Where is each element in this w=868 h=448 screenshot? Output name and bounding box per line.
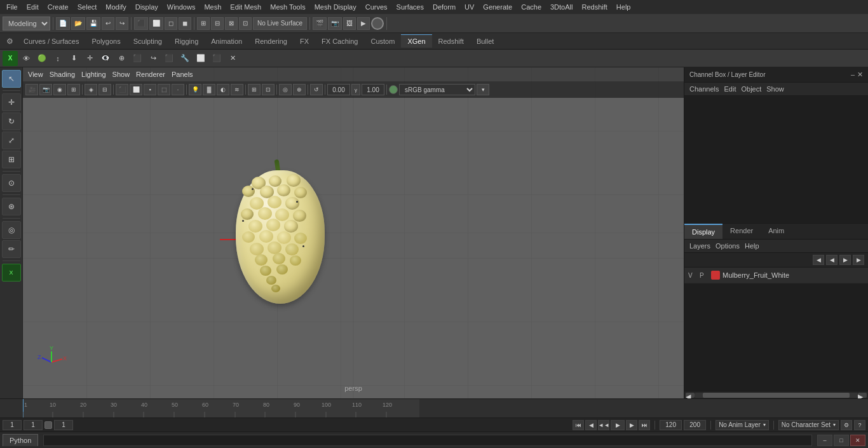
snap-to-surface-btn[interactable]: ⊡ <box>239 17 252 30</box>
frame-input-2[interactable] <box>24 420 43 430</box>
xgen-tool-6[interactable]: 👁‍🗨 <box>98 51 113 66</box>
new-scene-btn[interactable]: 📄 <box>56 17 70 30</box>
xgen-special-btn[interactable]: X <box>2 264 21 282</box>
tabs-settings-btn[interactable]: ⚙ <box>3 37 17 46</box>
tab-fx-caching[interactable]: FX Caching <box>315 34 364 48</box>
xgen-tool-10[interactable]: ⬛ <box>161 51 177 66</box>
python-tab[interactable]: Python <box>3 434 38 446</box>
panel-close-btn[interactable]: ✕ <box>857 71 863 79</box>
menu-curves[interactable]: Curves <box>362 2 391 12</box>
timeline-ruler[interactable]: 1 10 20 30 40 50 60 70 80 90 100 110 120 <box>23 399 684 417</box>
xgen-tool-8[interactable]: ⬛ <box>130 51 145 66</box>
redo-btn[interactable]: ↪ <box>116 17 128 30</box>
tab-polygons[interactable]: Polygons <box>85 34 126 48</box>
film-camera-btn[interactable]: 📷 <box>39 84 52 95</box>
anim-end-input[interactable]: 200 <box>684 420 706 430</box>
menu-edit[interactable]: Edit <box>23 2 43 12</box>
points-btn[interactable]: · <box>172 84 184 95</box>
display-tab[interactable]: Display <box>684 224 722 239</box>
menu-help[interactable]: Help <box>613 2 635 12</box>
soft-mod-tool-btn[interactable]: ⊙ <box>2 174 21 192</box>
xray-joints-btn[interactable]: ⊕ <box>293 84 306 95</box>
timeline[interactable]: 1 10 20 30 40 50 60 70 80 90 100 110 120 <box>0 398 868 417</box>
hide-selected-btn[interactable]: ⊟ <box>98 84 111 95</box>
edit-menu[interactable]: Edit <box>724 85 736 93</box>
layer-playback[interactable]: P <box>700 272 709 279</box>
render-settings-btn[interactable]: 🎬 <box>313 17 327 30</box>
gamma-input[interactable]: 0.00 <box>327 84 350 95</box>
channels-menu[interactable]: Channels <box>689 85 719 93</box>
show-manipulator-btn[interactable]: ⊛ <box>2 198 21 215</box>
wireframe-btn[interactable]: ⬛ <box>116 84 128 95</box>
undo-btn[interactable]: ↩ <box>102 17 114 30</box>
tab-rendering[interactable]: Rendering <box>248 34 294 48</box>
transform-tool-btn[interactable]: ⊞ <box>2 151 21 168</box>
layers-end-btn[interactable]: ▶ <box>853 255 864 265</box>
bounding-box-btn[interactable]: ⬚ <box>158 84 170 95</box>
xgen-tool-9[interactable]: ↪ <box>146 51 161 66</box>
scroll-thumb[interactable] <box>703 393 850 398</box>
anim-tab[interactable]: Anim <box>761 224 792 239</box>
no-anim-layer-dropdown[interactable]: No Anim Layer ▾ <box>715 420 769 430</box>
hud-toggle-btn[interactable]: ⊡ <box>262 84 275 95</box>
menu-edit-mesh[interactable]: Edit Mesh <box>226 2 265 12</box>
layer-visibility[interactable]: V <box>688 272 697 279</box>
slider-thumb[interactable] <box>44 421 52 429</box>
play-back-btn[interactable]: ◄◄ <box>598 420 609 430</box>
tab-fx[interactable]: FX <box>294 34 315 48</box>
anim-help-btn[interactable]: ? <box>854 420 865 430</box>
object-menu[interactable]: Object <box>741 85 761 93</box>
tab-rigging[interactable]: Rigging <box>168 34 205 48</box>
xgen-tool-7[interactable]: ⊕ <box>114 51 129 66</box>
current-frame-input[interactable] <box>3 420 22 430</box>
layers-scrollbar[interactable]: ◀ ▶ <box>684 391 868 398</box>
lasso-tool-btn[interactable]: ◎ <box>2 221 21 239</box>
menu-surfaces[interactable]: Surfaces <box>393 2 428 12</box>
viewport[interactable]: View Shading Lighting Show Renderer Pane… <box>23 67 684 398</box>
tab-sculpting[interactable]: Sculpting <box>127 34 168 48</box>
menu-file[interactable]: File <box>3 2 22 12</box>
rotate-tool-btn[interactable]: ↻ <box>2 112 21 130</box>
smooth-shade-btn[interactable]: ⬜ <box>130 84 142 95</box>
range-end-input[interactable]: 120 <box>660 420 682 430</box>
paint-tool-btn[interactable]: ✏ <box>2 240 21 258</box>
xgen-tool-14[interactable]: ✕ <box>225 51 240 66</box>
xgen-tool-1[interactable]: 👁 <box>18 51 34 66</box>
menu-deform[interactable]: Deform <box>429 2 459 12</box>
menu-windows[interactable]: Windows <box>163 2 200 12</box>
motion-blur-btn[interactable]: ≋ <box>231 84 243 95</box>
shading-menu[interactable]: Shading <box>50 71 75 78</box>
xgen-tool-4[interactable]: ⬇ <box>66 51 81 66</box>
tab-redshift[interactable]: Redshift <box>432 34 470 48</box>
play-forward-btn[interactable]: ▶ <box>611 420 625 430</box>
menu-redshift[interactable]: Redshift <box>578 2 611 12</box>
select-tool-btn[interactable]: ↖ <box>2 70 21 88</box>
menu-display[interactable]: Display <box>132 2 162 12</box>
xgen-tool-12[interactable]: ⬜ <box>193 51 208 66</box>
python-input[interactable] <box>43 435 812 446</box>
scroll-right-btn[interactable]: ▶ <box>858 393 867 398</box>
ipr-render-btn[interactable]: 📷 <box>328 17 342 30</box>
exposure-input[interactable]: 1.00 <box>362 84 384 95</box>
select-by-component-btn[interactable]: ⬛ <box>134 17 148 30</box>
jump-start-btn[interactable]: ⏮ <box>573 420 584 430</box>
select-hierarchy-btn[interactable]: ⬜ <box>149 17 163 30</box>
help-menu[interactable]: Help <box>745 242 759 250</box>
tab-bullet[interactable]: Bullet <box>470 34 501 48</box>
isolate-select-btn[interactable]: ◈ <box>85 84 97 95</box>
tab-custom[interactable]: Custom <box>365 34 402 48</box>
snap-to-point-btn[interactable]: ⊠ <box>225 17 238 30</box>
colorspace-select[interactable]: sRGB gamma <box>399 84 475 95</box>
snap-btn[interactable]: ⊞ <box>67 84 80 95</box>
camera-btn[interactable]: 🎥 <box>25 84 38 95</box>
next-frame-btn[interactable]: ▶ <box>626 420 637 430</box>
show-menu[interactable]: Show <box>766 85 784 93</box>
color-indicator[interactable] <box>371 17 384 30</box>
panels-menu[interactable]: Panels <box>172 71 193 78</box>
snap-to-grid-btn[interactable]: ⊞ <box>197 17 210 30</box>
flat-shade-btn[interactable]: ▪ <box>144 84 156 95</box>
menu-create[interactable]: Create <box>44 2 72 12</box>
render-tab[interactable]: Render <box>722 224 761 239</box>
menu-select[interactable]: Select <box>74 2 101 12</box>
window-close-btn[interactable]: ✕ <box>850 435 865 446</box>
